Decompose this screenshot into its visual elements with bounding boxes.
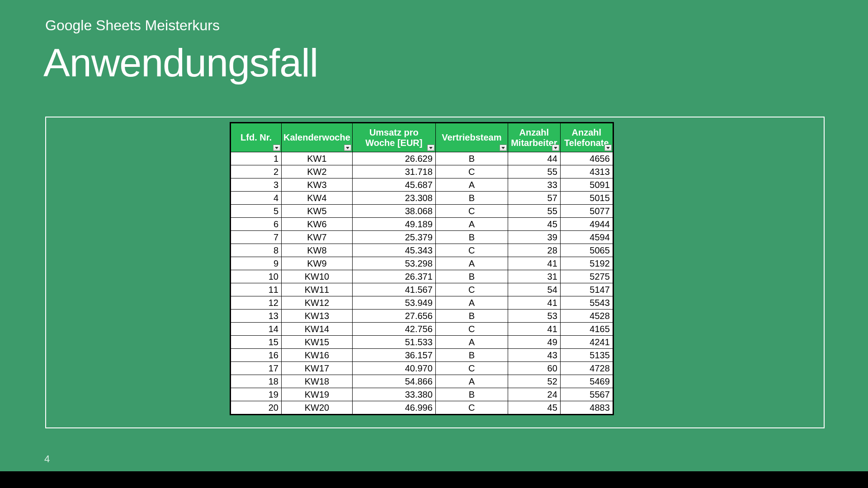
cell-team: A [435,296,508,310]
cell-nr: 14 [231,323,282,336]
cell-tel: 4313 [560,165,613,178]
cell-kw: KW8 [282,244,353,257]
cell-umsatz: 49.189 [352,218,435,231]
cell-kw: KW19 [282,388,353,401]
filter-icon[interactable] [604,145,612,151]
cell-kw: KW16 [282,349,353,362]
cell-nr: 8 [231,244,282,257]
filter-icon[interactable] [273,145,280,151]
cell-umsatz: 46.996 [352,401,435,414]
cell-umsatz: 51.533 [352,336,435,349]
table-row: 19KW1933.380B245567 [231,388,613,401]
cell-tel: 4528 [560,310,613,323]
filter-icon[interactable] [344,145,351,151]
cell-team: C [435,165,508,178]
table-row: 11KW1141.567C545147 [231,283,613,296]
cell-team: C [435,362,508,375]
slide: Google Sheets Meisterkurs Anwendungsfall… [0,0,868,471]
filter-icon[interactable] [500,145,507,151]
cell-kw: KW10 [282,270,353,283]
cell-team: C [435,205,508,218]
cell-umsatz: 26.371 [352,270,435,283]
cell-nr: 7 [231,231,282,244]
filter-icon[interactable] [552,145,559,151]
cell-tel: 5135 [560,349,613,362]
cell-kw: KW5 [282,205,353,218]
col-header-team: Vertriebsteam [435,123,508,152]
cell-kw: KW20 [282,401,353,414]
cell-team: B [435,388,508,401]
cell-nr: 6 [231,218,282,231]
cell-kw: KW3 [282,178,353,192]
cell-mit: 41 [508,323,560,336]
cell-team: B [435,270,508,283]
cell-nr: 11 [231,283,282,296]
col-header-mit-label: Anzahl Mitarbeiter [511,127,557,148]
filter-icon[interactable] [427,145,434,151]
cell-nr: 13 [231,310,282,323]
cell-team: A [435,218,508,231]
table-row: 16KW1636.157B435135 [231,349,613,362]
cell-team: C [435,401,508,414]
cell-mit: 44 [508,152,560,165]
cell-tel: 4728 [560,362,613,375]
cell-kw: KW4 [282,192,353,205]
cell-nr: 1 [231,152,282,165]
cell-kw: KW9 [282,257,353,270]
cell-mit: 60 [508,362,560,375]
col-header-nr: Lfd. Nr. [231,123,282,152]
col-header-team-label: Vertriebsteam [442,132,501,142]
table-row: 3KW345.687A335091 [231,178,613,192]
cell-mit: 45 [508,401,560,414]
cell-mit: 39 [508,231,560,244]
cell-umsatz: 27.656 [352,310,435,323]
col-header-kw-label: Kalenderwoche [283,132,350,142]
cell-nr: 10 [231,270,282,283]
col-header-tel-label: Anzahl Telefonate [564,127,609,148]
cell-tel: 4165 [560,323,613,336]
cell-kw: KW11 [282,283,353,296]
cell-nr: 18 [231,375,282,388]
cell-tel: 5192 [560,257,613,270]
cell-tel: 5543 [560,296,613,310]
cell-umsatz: 41.567 [352,283,435,296]
cell-kw: KW15 [282,336,353,349]
cell-umsatz: 31.718 [352,165,435,178]
header-row: Lfd. Nr. Kalenderwoche Umsatz pro Woche … [231,123,613,152]
cell-tel: 5147 [560,283,613,296]
cell-tel: 4594 [560,231,613,244]
cell-kw: KW18 [282,375,353,388]
cell-umsatz: 45.687 [352,178,435,192]
cell-kw: KW1 [282,152,353,165]
cell-nr: 9 [231,257,282,270]
table-body: 1KW126.629B4446562KW231.718C5543133KW345… [231,152,613,414]
cell-nr: 15 [231,336,282,349]
cell-mit: 41 [508,296,560,310]
cell-team: C [435,244,508,257]
table-row: 6KW649.189A454944 [231,218,613,231]
cell-nr: 16 [231,349,282,362]
cell-team: A [435,375,508,388]
table-row: 17KW1740.970C604728 [231,362,613,375]
col-header-mit: Anzahl Mitarbeiter [508,123,560,152]
col-header-kw: Kalenderwoche [282,123,353,152]
cell-mit: 45 [508,218,560,231]
page-number: 4 [44,453,50,465]
cell-nr: 17 [231,362,282,375]
cell-umsatz: 40.970 [352,362,435,375]
col-header-umsatz-label: Umsatz pro Woche [EUR] [365,127,422,148]
cell-mit: 33 [508,178,560,192]
cell-nr: 4 [231,192,282,205]
cell-team: C [435,323,508,336]
cell-team: A [435,257,508,270]
cell-mit: 28 [508,244,560,257]
table-row: 12KW1253.949A415543 [231,296,613,310]
cell-tel: 5469 [560,375,613,388]
cell-mit: 49 [508,336,560,349]
table-row: 4KW423.308B575015 [231,192,613,205]
cell-team: B [435,152,508,165]
cell-nr: 12 [231,296,282,310]
cell-umsatz: 25.379 [352,231,435,244]
cell-tel: 5015 [560,192,613,205]
cell-tel: 5077 [560,205,613,218]
